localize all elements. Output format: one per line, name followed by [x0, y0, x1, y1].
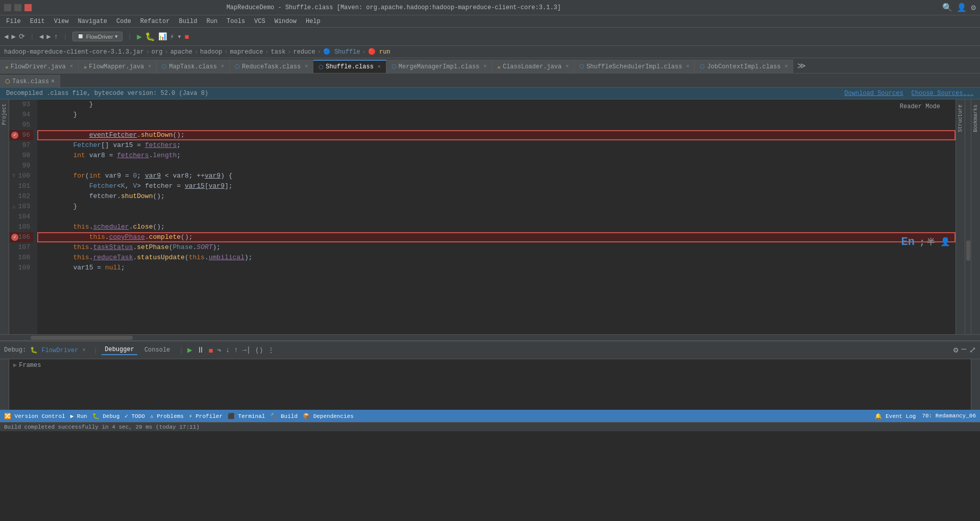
- resume-button[interactable]: ▶: [187, 345, 192, 355]
- tab-close-flowmapper[interactable]: ×: [148, 64, 151, 69]
- expand-debug-button[interactable]: ⤢: [969, 345, 976, 355]
- tab-classloader[interactable]: ☕ ClassLoader.java ×: [492, 60, 574, 73]
- reader-mode-tag[interactable]: Reader Mode: [900, 102, 940, 112]
- hscroll-thumb[interactable]: [31, 336, 133, 340]
- debug-btn-status[interactable]: 🐛 Debug: [92, 413, 120, 419]
- tab-close-flowdriver[interactable]: ×: [70, 64, 73, 69]
- tab-flowmapper[interactable]: ☕ FlowMapper.java ×: [79, 60, 157, 73]
- avatar-icon[interactable]: 👤: [957, 3, 967, 13]
- navigate-button[interactable]: ↑: [54, 33, 58, 41]
- menu-vcs[interactable]: VCS: [250, 17, 270, 26]
- coverage-button[interactable]: 📊: [158, 32, 167, 41]
- debugger-tab[interactable]: Debugger: [102, 345, 137, 355]
- tab-close-jobcontext[interactable]: ×: [785, 64, 788, 69]
- settings-icon[interactable]: ⚙: [971, 3, 976, 13]
- menu-build[interactable]: Build: [175, 17, 201, 26]
- event-log-btn[interactable]: 🔔 Event Log: [875, 413, 916, 419]
- todo-btn[interactable]: ✓ TODO: [125, 413, 145, 419]
- project-dropdown[interactable]: 🔲 FlowDriver ▾: [72, 32, 123, 41]
- structure-label[interactable]: Structure: [957, 102, 964, 135]
- tabs-more-button[interactable]: ≫: [793, 59, 810, 73]
- line-96[interactable]: ✓ 96: [9, 130, 33, 140]
- window-controls[interactable]: [4, 4, 32, 11]
- version-control-btn[interactable]: 🔀 Version Control: [4, 413, 65, 419]
- stop-button[interactable]: ◼: [185, 32, 189, 41]
- tab-close-maptask[interactable]: ×: [221, 64, 224, 69]
- close-button[interactable]: [24, 4, 32, 11]
- bc-org[interactable]: org: [152, 48, 163, 56]
- tab-close-shuffle[interactable]: ×: [378, 64, 381, 70]
- profile-button[interactable]: ⚡: [170, 32, 174, 41]
- tab-close-mergemanager[interactable]: ×: [483, 64, 486, 69]
- choose-sources-link[interactable]: Choose Sources...: [912, 90, 974, 97]
- menu-help[interactable]: Help: [302, 17, 325, 26]
- tab-shufflescheduler[interactable]: ⬡ ShuffleSchedulerImpl.class ×: [574, 60, 695, 73]
- step-out-button[interactable]: ↑: [234, 346, 238, 354]
- bc-run[interactable]: 🔴 run: [368, 48, 390, 56]
- menu-code[interactable]: Code: [112, 17, 135, 26]
- console-tab[interactable]: Console: [141, 345, 173, 355]
- debug-run-button[interactable]: 🐛: [145, 32, 155, 42]
- bc-mapreduce[interactable]: mapreduce: [230, 48, 263, 56]
- problems-btn[interactable]: ⚠ Problems: [150, 413, 184, 419]
- project-panel-icon[interactable]: Project: [1, 102, 8, 127]
- minimize-debug-button[interactable]: ─: [961, 345, 966, 355]
- code-editor[interactable]: } } eventFetcher.shutDown(); Fetcher[] v…: [37, 100, 955, 334]
- debug-close-session[interactable]: ×: [82, 348, 85, 353]
- bc-reduce[interactable]: reduce: [293, 48, 315, 56]
- maximize-button[interactable]: [14, 4, 21, 11]
- run-btn[interactable]: ▶ Run: [70, 413, 87, 419]
- bc-apache[interactable]: apache: [170, 48, 192, 56]
- bc-shuffle[interactable]: 🔵 Shuffle: [323, 48, 360, 56]
- evaluate-button[interactable]: ⟨⟩: [255, 346, 263, 355]
- more-run-button[interactable]: ▾: [177, 32, 181, 41]
- scrollbar-thumb[interactable]: [966, 240, 970, 261]
- minimize-button[interactable]: [4, 4, 11, 11]
- menu-view[interactable]: View: [50, 17, 73, 26]
- bookmarks-label[interactable]: Bookmarks: [972, 102, 979, 135]
- tab-shuffle[interactable]: ⬡ Shuffle.class ×: [313, 60, 386, 73]
- run-to-cursor-button[interactable]: →|: [242, 346, 251, 354]
- pause-button[interactable]: ⏸: [197, 345, 205, 355]
- bc-jar[interactable]: hadoop-mapreduce-client-core-3.1.3.jar: [4, 48, 144, 56]
- bc-hadoop[interactable]: hadoop: [200, 48, 222, 56]
- back2-button[interactable]: ◀: [39, 32, 43, 41]
- build-btn[interactable]: 🔨 Build: [270, 413, 298, 419]
- profiler-btn[interactable]: ⚡ Profiler: [189, 413, 223, 419]
- stop-debug-button[interactable]: ◼: [209, 346, 213, 355]
- tab-reducetask[interactable]: ⬡ ReduceTask.class ×: [230, 60, 313, 73]
- tab-jobcontext[interactable]: ⬡ JobContextImpl.class ×: [695, 60, 793, 73]
- dependencies-btn[interactable]: 📦 Dependencies: [303, 413, 354, 419]
- menu-run[interactable]: Run: [202, 17, 222, 26]
- tab-close-task[interactable]: ×: [51, 78, 55, 85]
- tab-close-reducetask[interactable]: ×: [305, 64, 308, 69]
- menu-refactor[interactable]: Refactor: [136, 17, 174, 26]
- settings-debug-button[interactable]: ⚙: [953, 345, 959, 355]
- vertical-scrollbar[interactable]: [965, 100, 971, 334]
- line-106[interactable]: ✓ 106: [9, 232, 33, 242]
- tab-mergemanager[interactable]: ⬡ MergeManagerImpl.class ×: [386, 60, 492, 73]
- menu-navigate[interactable]: Navigate: [74, 17, 111, 26]
- tab-close-shufflescheduler[interactable]: ×: [686, 64, 689, 69]
- step-into-button[interactable]: ↓: [226, 346, 230, 354]
- run-button[interactable]: ▶: [137, 32, 142, 42]
- menu-edit[interactable]: Edit: [26, 17, 49, 26]
- tab-close-classloader[interactable]: ×: [566, 64, 569, 69]
- horizontal-scrollbar[interactable]: [0, 334, 980, 340]
- tab-task[interactable]: ⬡ Task.class ×: [0, 75, 60, 87]
- bc-task[interactable]: task: [271, 48, 286, 56]
- terminal-btn[interactable]: ⬛ Terminal: [228, 413, 265, 419]
- tab-maptask[interactable]: ⬡ MapTask.class ×: [157, 60, 230, 73]
- forward2-button[interactable]: ▶: [46, 32, 51, 41]
- menu-file[interactable]: File: [2, 17, 25, 26]
- back-button[interactable]: ◀: [4, 32, 8, 41]
- menu-tools[interactable]: Tools: [223, 17, 249, 26]
- menu-window[interactable]: Window: [271, 17, 301, 26]
- debug-session[interactable]: 🐛 FlowDriver: [30, 346, 78, 354]
- forward-button[interactable]: ▶: [11, 32, 15, 41]
- search-icon[interactable]: 🔍: [942, 3, 952, 13]
- step-over-button[interactable]: ↷: [217, 346, 221, 355]
- more-debug-button[interactable]: ⋮: [267, 346, 275, 355]
- tab-flowdriver[interactable]: ☕ FlowDriver.java ×: [0, 60, 79, 73]
- download-sources-link[interactable]: Download Sources: [844, 90, 903, 97]
